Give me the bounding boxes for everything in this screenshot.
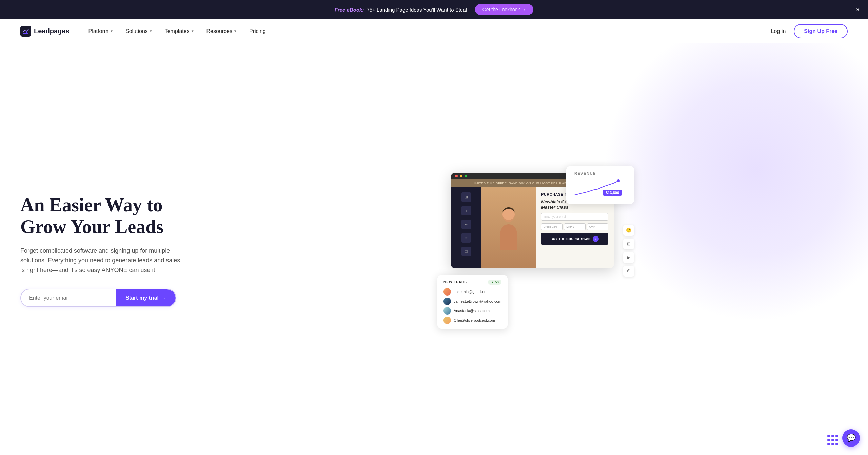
hero-email-input[interactable] (21, 289, 116, 306)
grid-dot (835, 439, 838, 441)
resources-chevron-icon: ▼ (234, 29, 237, 33)
leads-card-header: NEW LEADS ▲ 58 (443, 280, 501, 285)
mockup-mm-field: MMYY (564, 223, 585, 230)
lead-avatar-1 (443, 288, 451, 296)
svg-rect-2 (26, 31, 27, 33)
hero-visual: REVENUE $13,806 LIMITED TIME OFFER: SAVE… (431, 166, 627, 336)
lead-avatar-3 (443, 307, 451, 315)
hero-section: An Easier Way to Grow Your Leads Forget … (0, 43, 868, 455)
revenue-amount: $13,806 (603, 190, 622, 196)
leads-badge: ▲ 58 (488, 280, 501, 285)
lead-avatar-4 (443, 317, 451, 324)
main-nav: Leadpages Platform ▼ Solutions ▼ Templat… (0, 19, 868, 43)
grid-dot (827, 443, 830, 445)
nav-signup-button[interactable]: Sign Up Free (794, 24, 848, 38)
grid-dot (831, 439, 834, 441)
ebook-text: 75+ Landing Page Ideas You'll Want to St… (367, 7, 467, 13)
lead-item: Lakeshia@gmail.com (443, 288, 501, 296)
revenue-label: REVENUE (574, 171, 626, 175)
hero-title: An Easier Way to Grow Your Leads (20, 194, 210, 238)
svg-rect-0 (20, 26, 31, 37)
leads-list: Lakeshia@gmail.com JamesLeBrown@yahoo.co… (443, 288, 501, 324)
mockup-panel-icon-2: ↑ (461, 206, 471, 215)
nav-templates[interactable]: Templates ▼ (159, 25, 200, 37)
lead-item: Ollie@oliverpodcast.com (443, 317, 501, 324)
topbar-dot-yellow (460, 175, 462, 177)
leads-title: NEW LEADS (443, 280, 467, 284)
revenue-card: REVENUE $13,806 (566, 166, 634, 204)
platform-chevron-icon: ▼ (110, 29, 113, 33)
mockup-cc-field: Credit Card (541, 223, 563, 230)
mockup-panel-icon-4: ≡ (461, 233, 471, 243)
grid-dot (827, 439, 830, 441)
lead-email-3: Anastasia@stasi.com (454, 309, 490, 313)
ebook-label: Free eBook: (335, 7, 364, 13)
revenue-chart: $13,806 (574, 178, 622, 198)
topbar-dot-green (465, 175, 467, 177)
nav-platform[interactable]: Platform ▼ (83, 25, 118, 37)
grid-dot (835, 435, 838, 437)
mockup-email-field: Enter your email (541, 213, 608, 221)
topbar-dot-red (455, 175, 458, 177)
templates-chevron-icon: ▼ (191, 29, 194, 33)
grid-dot (831, 435, 834, 437)
buy-btn-icon: ⤴ (593, 236, 599, 242)
mockup-cvv-field: CVV (587, 223, 608, 230)
mockup-course-image (481, 187, 536, 268)
chat-widget-button[interactable]: 💬 (842, 429, 860, 447)
hero-left: An Easier Way to Grow Your Leads Forget … (20, 194, 210, 307)
lead-avatar-2 (443, 298, 451, 305)
mockup-panel-icon-1: ⊞ (461, 192, 471, 202)
lead-item: Anastasia@stasi.com (443, 307, 501, 315)
leadpages-logo-icon (20, 26, 31, 37)
nav-resources[interactable]: Resources ▼ (201, 25, 242, 37)
sidebar-icon-video: ▶ (623, 252, 634, 263)
leads-card: NEW LEADS ▲ 58 Lakeshia@gmail.com JamesL… (437, 275, 508, 329)
sidebar-icon-grid: ⊞ (623, 239, 634, 249)
lead-email-2: JamesLeBrown@yahoo.com (454, 299, 501, 303)
nav-pricing[interactable]: Pricing (244, 25, 271, 37)
nav-login-link[interactable]: Log in (771, 28, 786, 34)
svg-point-3 (617, 179, 620, 182)
mockup-payment-row: Credit Card MMYY CVV (541, 223, 608, 230)
hero-right: REVENUE $13,806 LIMITED TIME OFFER: SAVE… (210, 163, 848, 339)
mockup-left-panel: ⊞ ↑ ↔ ≡ □ (451, 187, 481, 268)
chat-icon: 💬 (847, 434, 856, 442)
lead-item: JamesLeBrown@yahoo.com (443, 298, 501, 305)
hero-subtitle: Forget complicated software and signing … (20, 246, 183, 275)
announcement-bar: Free eBook: 75+ Landing Page Ideas You'l… (0, 0, 868, 19)
nav-right: Log in Sign Up Free (771, 24, 848, 38)
sidebar-icons: 🙂 ⊞ ▶ ⏱ (623, 225, 634, 277)
sidebar-icon-smiley: 🙂 (623, 225, 634, 236)
mockup-panel-icon-3: ↔ (461, 220, 471, 229)
hero-trial-button[interactable]: Start my trial → (116, 289, 176, 306)
grid-dot (831, 443, 834, 445)
nav-solutions[interactable]: Solutions ▼ (120, 25, 158, 37)
lead-email-4: Ollie@oliverpodcast.com (454, 318, 495, 322)
grid-dot (827, 435, 830, 437)
svg-rect-1 (24, 33, 25, 33)
sidebar-icon-clock: ⏱ (623, 266, 634, 277)
grid-dots (827, 435, 838, 445)
lookbook-cta-button[interactable]: Get the Lookbook → (475, 4, 533, 15)
mockup-person-image (481, 187, 536, 268)
nav-logo-text: Leadpages (34, 27, 69, 35)
nav-logo[interactable]: Leadpages (20, 26, 69, 37)
lead-email-1: Lakeshia@gmail.com (454, 290, 489, 294)
grid-dot (835, 443, 838, 445)
announcement-close-button[interactable]: × (856, 6, 860, 13)
hero-email-form: Start my trial → (20, 289, 176, 307)
solutions-chevron-icon: ▼ (149, 29, 153, 33)
nav-links: Platform ▼ Solutions ▼ Templates ▼ Resou… (83, 25, 771, 37)
mockup-buy-button: BUY THE COURSE $1499 ⤴ (541, 233, 608, 245)
svg-point-5 (502, 209, 515, 220)
mockup-panel-icon-5: □ (461, 247, 471, 256)
